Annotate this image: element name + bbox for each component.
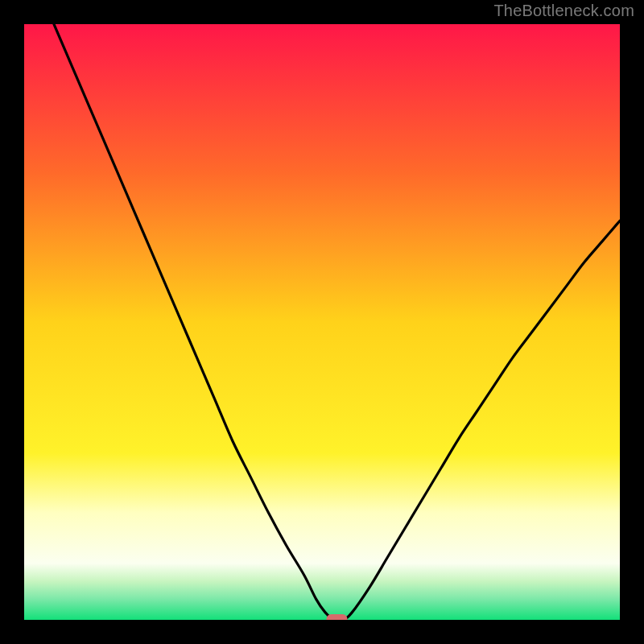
optimal-marker (327, 614, 348, 620)
watermark-text: TheBottleneck.com (493, 2, 634, 20)
bottleneck-chart (24, 24, 620, 620)
chart-background (24, 24, 620, 620)
chart-frame: TheBottleneck.com (0, 0, 644, 644)
